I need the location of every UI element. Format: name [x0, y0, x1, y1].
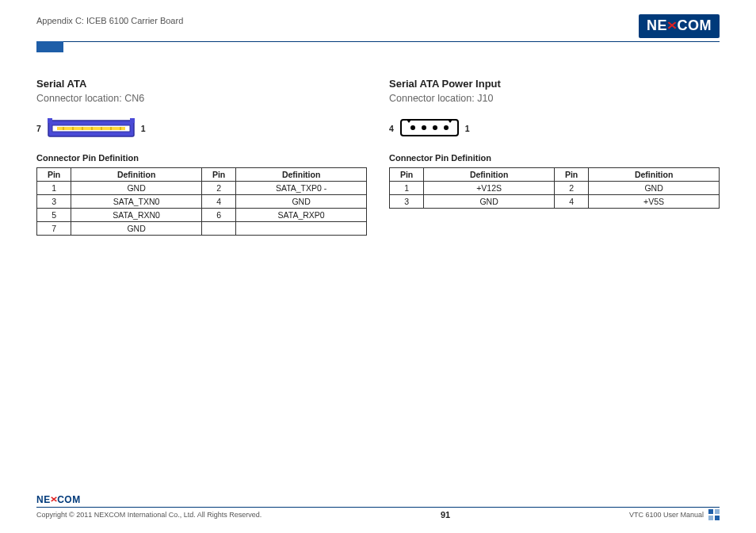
- th-def: Definition: [236, 168, 367, 182]
- power-connector-icon: [400, 119, 459, 138]
- section-serial-ata: Serial ATA Connector location: CN6 7 1 C…: [36, 78, 367, 236]
- footer-right: VTC 6100 User Manual: [629, 509, 720, 520]
- pin-label-right: 1: [465, 124, 470, 133]
- logo-text-left: NE: [36, 494, 51, 505]
- pin-label-left: 7: [36, 124, 41, 133]
- footer-row: Copyright © 2011 NEXCOM International Co…: [36, 509, 720, 520]
- section-serial-ata-power: Serial ATA Power Input Connector locatio…: [389, 78, 720, 236]
- svg-rect-22: [715, 516, 720, 520]
- logo-text-right: COM: [57, 494, 81, 505]
- manual-name: VTC 6100 User Manual: [629, 511, 704, 519]
- pin-label-right: 1: [141, 124, 146, 133]
- svg-point-17: [433, 125, 437, 130]
- table-title: Connector Pin Definition: [389, 153, 720, 163]
- th-def: Definition: [71, 168, 202, 182]
- table-row: 3GND4+V5S: [390, 195, 720, 209]
- logo-text-left: NE: [647, 17, 667, 34]
- header-row: Appendix C: ICEB 6100 Carrier Board NE✕C…: [36, 14, 720, 40]
- page-number: 91: [441, 510, 450, 520]
- header-rule: [36, 41, 720, 42]
- svg-rect-10: [48, 118, 52, 123]
- pin-table: Pin Definition Pin Definition 1+V12S2GND…: [389, 167, 720, 209]
- footer-squares-icon: [708, 509, 720, 520]
- table-row: 7GND: [37, 222, 367, 236]
- footer: NE✕COM Copyright © 2011 NEXCOM Internati…: [36, 492, 720, 520]
- connector-diagram-row: 7 1: [36, 117, 367, 140]
- content: Serial ATA Connector location: CN6 7 1 C…: [36, 78, 720, 236]
- copyright-text: Copyright © 2011 NEXCOM International Co…: [36, 511, 262, 519]
- th-def: Definition: [424, 168, 555, 182]
- svg-point-16: [422, 125, 426, 130]
- svg-rect-11: [130, 118, 135, 123]
- th-pin: Pin: [201, 168, 235, 182]
- pin-table: Pin Definition Pin Definition 1GND2SATA_…: [36, 167, 367, 236]
- th-pin: Pin: [390, 168, 424, 182]
- table-header-row: Pin Definition Pin Definition: [37, 168, 367, 182]
- table-row: 1+V12S2GND: [390, 182, 720, 195]
- th-pin: Pin: [554, 168, 588, 182]
- footer-rule: [36, 507, 720, 508]
- svg-rect-21: [708, 516, 713, 520]
- table-title: Connector Pin Definition: [36, 153, 367, 163]
- footer-logo: NE✕COM: [36, 494, 81, 505]
- table-row: 5SATA_RXN06SATA_RXP0: [37, 209, 367, 222]
- table-header-row: Pin Definition Pin Definition: [390, 168, 720, 182]
- svg-rect-19: [708, 509, 713, 514]
- logo-text-right: COM: [678, 17, 712, 34]
- table-row: 1GND2SATA_TXP0 -: [37, 182, 367, 195]
- th-def: Definition: [589, 168, 720, 182]
- svg-rect-12: [401, 120, 458, 136]
- svg-point-15: [410, 125, 415, 130]
- section-subtitle: Connector location: CN6: [36, 93, 367, 104]
- th-pin: Pin: [37, 168, 71, 182]
- svg-rect-2: [57, 127, 125, 130]
- sata-connector-icon: [48, 118, 135, 139]
- table-row: 3SATA_TXN04GND: [37, 195, 367, 209]
- pin-label-left: 4: [389, 124, 394, 133]
- header-tab-icon: [36, 41, 63, 52]
- section-title: Serial ATA Power Input: [389, 78, 720, 90]
- svg-point-18: [444, 125, 449, 130]
- appendix-label: Appendix C: ICEB 6100 Carrier Board: [36, 14, 183, 25]
- logo-nexcom: NE✕COM: [639, 14, 720, 38]
- svg-rect-20: [715, 509, 720, 514]
- connector-diagram-row: 4 1: [389, 117, 720, 140]
- logo-star-icon: ✕: [50, 495, 58, 504]
- section-title: Serial ATA: [36, 78, 367, 90]
- logo-star-icon: ✕: [666, 19, 678, 32]
- page: Appendix C: ICEB 6100 Carrier Board NE✕C…: [0, 0, 756, 533]
- section-subtitle: Connector location: J10: [389, 93, 720, 104]
